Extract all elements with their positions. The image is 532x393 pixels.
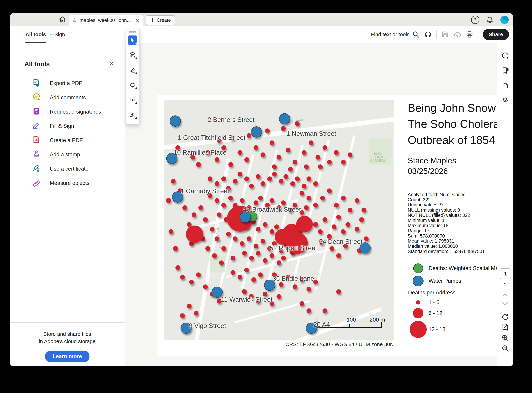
death-dot bbox=[258, 196, 263, 200]
map-author: Stace Maples bbox=[408, 155, 456, 166]
zoom-in-icon[interactable] bbox=[501, 334, 509, 342]
learn-more-button[interactable]: Learn more bbox=[45, 351, 90, 362]
find-text-or-tools[interactable]: Find text or tools bbox=[371, 31, 420, 38]
avatar[interactable] bbox=[500, 16, 509, 24]
death-dot bbox=[336, 215, 341, 220]
death-dot bbox=[196, 272, 201, 277]
death-dot bbox=[242, 289, 247, 294]
death-dot bbox=[265, 128, 270, 133]
refresh-rotate-icon[interactable] bbox=[501, 313, 509, 321]
save-icon[interactable] bbox=[441, 31, 449, 38]
document-tab[interactable]: ☆ maples_week00_john... ✕ bbox=[69, 15, 143, 26]
help-icon[interactable]: ? bbox=[471, 16, 479, 24]
map-address-label: 1 Carnaby Street bbox=[181, 187, 229, 195]
death-dot bbox=[221, 246, 226, 251]
star-icon[interactable]: ☆ bbox=[72, 17, 77, 23]
create-label: Create bbox=[157, 18, 171, 23]
notifications-bell-icon[interactable] bbox=[486, 16, 494, 24]
sign-tool-button[interactable] bbox=[128, 110, 137, 120]
map-title: Being John Snow:The Soho CholeraOutbreak… bbox=[408, 100, 505, 148]
measure-icon bbox=[32, 178, 41, 188]
promo-line2: in Adobe's cloud storage bbox=[10, 338, 125, 344]
read-aloud-headphones-icon[interactable] bbox=[424, 31, 432, 38]
death-circle-medium bbox=[296, 216, 313, 232]
sidebar-item-use-a-certificate[interactable]: Use a certificate bbox=[10, 162, 125, 176]
death-dot bbox=[176, 265, 180, 270]
fit-page-icon[interactable] bbox=[501, 323, 509, 331]
death-dot bbox=[231, 270, 235, 275]
legend-death-swatch bbox=[413, 308, 423, 318]
sidebar-item-add-comments[interactable]: Add comments bbox=[10, 90, 125, 105]
death-dot bbox=[327, 160, 332, 164]
death-dot bbox=[187, 222, 192, 227]
tab-all-tools[interactable]: All tools bbox=[25, 26, 46, 43]
search-icon bbox=[412, 31, 420, 38]
tab-close-icon[interactable]: ✕ bbox=[135, 18, 140, 23]
comment-tool-button[interactable] bbox=[128, 50, 137, 60]
sidebar-item-measure-objects[interactable]: Measure objects bbox=[10, 176, 125, 190]
sidebar-item-request-e-signatures[interactable]: ✗Request e-signatures bbox=[10, 105, 125, 119]
sidebar-item-fill-sign[interactable]: Fill & Sign bbox=[10, 119, 125, 133]
death-dot bbox=[198, 205, 203, 210]
sidebar-item-export-a-pdf[interactable]: pdfExport a PDF bbox=[10, 76, 125, 90]
death-dot bbox=[261, 152, 265, 157]
death-dot bbox=[348, 208, 352, 212]
layers-panel-icon[interactable] bbox=[501, 96, 509, 104]
sidebar-item-label: Export a PDF bbox=[50, 80, 82, 86]
drag-handle[interactable] bbox=[129, 31, 136, 33]
stats-line: Standard deviation: 1.534764887501 bbox=[408, 249, 485, 254]
death-dot bbox=[281, 256, 286, 260]
cloud-upload-icon[interactable] bbox=[453, 31, 461, 38]
death-dot bbox=[313, 222, 318, 227]
bookmarks-panel-icon[interactable] bbox=[501, 67, 509, 75]
death-dot bbox=[219, 260, 224, 265]
plus-icon bbox=[150, 18, 155, 23]
death-dot bbox=[277, 260, 281, 265]
share-label: Share bbox=[489, 31, 503, 37]
print-icon[interactable] bbox=[466, 31, 473, 38]
death-dot bbox=[196, 162, 201, 167]
death-dot bbox=[237, 275, 242, 280]
death-dot bbox=[189, 280, 194, 284]
death-dot bbox=[256, 174, 261, 179]
stats-line: Mean value: 1.795031 bbox=[408, 239, 485, 244]
death-dot bbox=[237, 150, 242, 155]
death-dot bbox=[302, 184, 306, 188]
lasso-tool-button[interactable] bbox=[128, 80, 137, 90]
death-dot bbox=[348, 152, 352, 157]
select-tool-button[interactable] bbox=[128, 35, 137, 45]
all-tools-sidebar: All tools ✕ pdfExport a PDFAdd comments✗… bbox=[10, 43, 125, 366]
divider bbox=[478, 30, 478, 39]
draw-tool-button[interactable] bbox=[128, 65, 137, 75]
divider bbox=[437, 30, 437, 39]
page-number-input[interactable]: 1 bbox=[500, 268, 511, 279]
sidebar-item-create-a-pdf[interactable]: Create a PDF bbox=[10, 133, 125, 147]
sidebar-item-add-a-stamp[interactable]: Add a stamp bbox=[10, 147, 125, 162]
map-address-label: 1 Newman Street bbox=[286, 130, 336, 137]
death-dot bbox=[267, 177, 272, 181]
death-dot bbox=[173, 246, 178, 251]
create-button[interactable]: Create bbox=[146, 15, 175, 25]
request-esign-icon: ✗ bbox=[32, 107, 41, 117]
svg-text:A: A bbox=[131, 98, 134, 102]
add-text-tool-button[interactable]: A bbox=[128, 95, 137, 105]
map-address-label: 9 Vigo Street bbox=[189, 322, 226, 329]
death-dot bbox=[203, 217, 208, 222]
document-viewer[interactable]: 0 100 200 m 2 Berners Street1 Great Titc… bbox=[125, 43, 497, 366]
death-dot bbox=[249, 256, 254, 260]
legend-pump-swatch bbox=[413, 276, 424, 286]
comments-panel-icon[interactable] bbox=[501, 52, 509, 60]
tab-e-sign[interactable]: E-Sign bbox=[49, 26, 65, 43]
death-dot bbox=[318, 229, 323, 234]
share-button[interactable]: Share bbox=[483, 29, 509, 40]
zoom-out-icon[interactable] bbox=[501, 344, 509, 352]
sidebar-item-label: Add a stamp bbox=[50, 152, 80, 158]
page-thumbnails-icon[interactable] bbox=[501, 81, 509, 89]
death-dot bbox=[256, 251, 261, 256]
home-icon[interactable] bbox=[59, 16, 66, 23]
next-page-chevron-icon[interactable] bbox=[502, 301, 508, 306]
previous-page-chevron-icon[interactable] bbox=[502, 293, 508, 297]
sidebar-close-icon[interactable]: ✕ bbox=[109, 60, 114, 67]
death-dot bbox=[169, 229, 173, 234]
death-dot bbox=[316, 155, 320, 160]
